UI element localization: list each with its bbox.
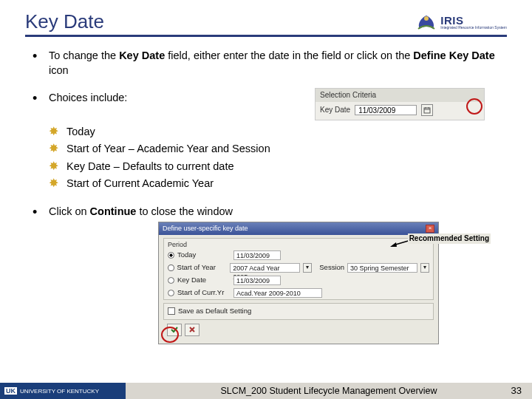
- footer-title: SLCM_200 Student Lifecycle Management Ov…: [126, 383, 532, 399]
- svg-marker-6: [390, 242, 397, 247]
- recommended-setting-label: Recommended Setting: [408, 233, 491, 244]
- b1-text: To change the Key Date field, either ent…: [49, 50, 495, 76]
- calendar-icon: [423, 106, 431, 114]
- dialog-body: Period Today 11/03/2009 Start of Year: [159, 235, 438, 344]
- dialog-wrapper: Define user-specific key date × Period T…: [158, 222, 507, 344]
- bullet-1: To change the Key Date field, either ent…: [25, 49, 507, 78]
- dialog-row-today: Today 11/03/2009: [164, 249, 433, 262]
- choices-label: Choices include:: [49, 91, 145, 106]
- row-label: Start of Year: [177, 263, 228, 273]
- dialog-outer: Define user-specific key date × Period T…: [158, 222, 507, 344]
- sc-row: Key Date 11/03/2009: [316, 102, 484, 120]
- logo-sub: Integrated Resource Information System: [440, 26, 507, 30]
- curr-year-input[interactable]: Acad.Year 2009-2010: [233, 288, 322, 298]
- page-title: Key Date: [25, 10, 104, 33]
- choices-row: Choices include: Selection Criteria Key …: [49, 91, 507, 120]
- dialog-row-start-of-year: Start of Year 2007 Acad Year 2005… ▾ Ses…: [164, 262, 433, 274]
- key-date-input[interactable]: 11/03/2009: [355, 105, 417, 115]
- acad-year-input[interactable]: 2007 Acad Year 2005…: [230, 263, 300, 273]
- dialog-title: Define user-specific key date: [163, 224, 248, 233]
- radio-start-curr-yr[interactable]: [168, 290, 174, 296]
- uk-mark: UK: [4, 387, 17, 395]
- svg-rect-1: [424, 108, 430, 113]
- radio-key-date[interactable]: [168, 277, 174, 284]
- dropdown-button[interactable]: ▾: [420, 263, 429, 273]
- bullet-2: Choices include: Selection Criteria Key …: [25, 91, 507, 191]
- dialog-titlebar: Define user-specific key date ×: [159, 222, 438, 234]
- selection-criteria-box: Selection Criteria Key Date 11/03/2009: [315, 88, 485, 120]
- choice-item: ✸Start of Year – Academic Year and Sessi…: [49, 142, 507, 157]
- dialog-row-key-date: Key Date 11/03/2009: [164, 274, 433, 287]
- bullet-3: Click on Continue to close the window De…: [25, 205, 507, 344]
- b3-text: Click on Continue to close the window: [49, 205, 233, 217]
- today-date-input[interactable]: 11/03/2009: [233, 250, 281, 260]
- title-row: Key Date IRIS Integrated Resource Inform…: [25, 10, 507, 33]
- footer: UK UNIVERSITY OF KENTUCKY SLCM_200 Stude…: [0, 383, 532, 399]
- choice-item: ✸Today: [49, 125, 507, 140]
- session-input[interactable]: 30 Spring Semester: [347, 263, 417, 273]
- dropdown-button[interactable]: ▾: [303, 263, 312, 273]
- uk-name: UNIVERSITY OF KENTUCKY: [20, 388, 99, 395]
- title-underline: [25, 35, 507, 37]
- session-label: Session: [319, 263, 344, 273]
- save-default-label: Save as Default Setting: [178, 307, 251, 316]
- iris-logo: IRIS Integrated Resource Information Sys…: [415, 13, 507, 32]
- define-key-date-button[interactable]: [421, 104, 433, 116]
- choice-item: ✸Key Date – Defaults to current date: [49, 160, 507, 174]
- dialog-close-button[interactable]: ×: [426, 225, 434, 233]
- dialog-save-row: Save as Default Setting: [163, 303, 434, 320]
- logo-name: IRIS: [440, 15, 507, 26]
- row-label: Today: [177, 250, 231, 260]
- row-label: Start of Curr.Yr: [177, 288, 231, 298]
- choice-item: ✸Start of Current Academic Year: [49, 177, 507, 191]
- save-default-checkbox[interactable]: [168, 307, 175, 315]
- dialog-footer: [163, 320, 434, 339]
- dialog-row-start-curr-yr: Start of Curr.Yr Acad.Year 2009-2010: [164, 287, 433, 299]
- iris-icon: [415, 13, 437, 32]
- x-icon: [188, 325, 197, 334]
- uk-badge: UK UNIVERSITY OF KENTUCKY: [0, 383, 126, 399]
- highlight-circle-icon: [466, 98, 482, 115]
- radio-today[interactable]: [168, 252, 174, 259]
- selection-criteria-wrap: Selection Criteria Key Date 11/03/2009: [315, 88, 485, 120]
- star-icon: ✸: [49, 160, 58, 172]
- svg-point-0: [424, 16, 429, 21]
- choices-list: ✸Today ✸Start of Year – Academic Year an…: [49, 125, 507, 191]
- page-number: 33: [511, 385, 522, 396]
- row-label: Key Date: [177, 276, 231, 285]
- sc-label: Key Date: [320, 105, 350, 115]
- star-icon: ✸: [49, 126, 58, 137]
- content: To change the Key Date field, either ent…: [25, 49, 507, 344]
- star-icon: ✸: [49, 143, 58, 154]
- star-icon: ✸: [49, 177, 58, 189]
- radio-start-of-year[interactable]: [168, 265, 174, 271]
- key-date-input-dlg[interactable]: 11/03/2009: [233, 276, 281, 285]
- highlight-circle-icon: [161, 327, 179, 343]
- sc-header: Selection Criteria: [316, 89, 484, 102]
- logo-text: IRIS Integrated Resource Information Sys…: [440, 15, 507, 30]
- bullet-list: To change the Key Date field, either ent…: [25, 49, 507, 344]
- slide: Key Date IRIS Integrated Resource Inform…: [0, 0, 532, 399]
- cancel-button[interactable]: [185, 324, 200, 336]
